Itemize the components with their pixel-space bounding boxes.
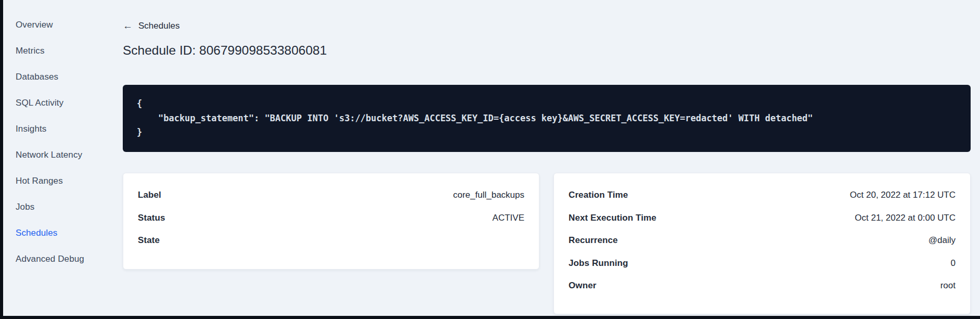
sidebar-item-overview[interactable]: Overview — [16, 12, 112, 38]
row-label: Recurrence — [569, 235, 618, 246]
row-value: ACTIVE — [493, 213, 524, 223]
back-arrow-icon: ← — [123, 21, 133, 31]
sidebar-item-label: Network Latency — [16, 150, 82, 160]
sidebar-item-label: Advanced Debug — [16, 254, 84, 264]
sidebar-item-label: Insights — [16, 124, 46, 134]
row-label: Owner — [569, 280, 596, 291]
sidebar-item-advanced-debug[interactable]: Advanced Debug — [16, 246, 112, 272]
sidebar-item-sql-activity[interactable]: SQL Activity — [16, 90, 112, 116]
schedule-detail-page: ← Schedules Schedule ID: 806799098533806… — [123, 0, 971, 314]
row-value: Oct 20, 2022 at 17:12 UTC — [850, 190, 956, 200]
row-value: root — [940, 280, 956, 291]
row-label: Jobs Running — [569, 258, 628, 269]
sidebar-item-network-latency[interactable]: Network Latency — [16, 142, 112, 168]
summary-row-label: Labelcore_full_backups — [138, 184, 524, 207]
code-line: } — [137, 125, 957, 140]
db-console-app: OverviewMetricsDatabasesSQL ActivityInsi… — [3, 0, 980, 316]
sidebar-item-label: Hot Ranges — [16, 176, 63, 186]
summary-row-creation-time: Creation TimeOct 20, 2022 at 17:12 UTC — [569, 184, 956, 207]
summary-row-jobs-running: Jobs Running0 — [569, 252, 956, 275]
sidebar: OverviewMetricsDatabasesSQL ActivityInsi… — [16, 12, 112, 272]
summary-row-owner: Ownerroot — [569, 275, 956, 298]
back-link[interactable]: ← Schedules — [123, 21, 179, 31]
code-line: { — [137, 97, 957, 111]
summary-row-next-execution-time: Next Execution TimeOct 21, 2022 at 0:00 … — [569, 207, 956, 229]
row-label: Status — [138, 213, 165, 223]
code-line: "backup_statement": "BACKUP INTO 's3://b… — [137, 111, 957, 126]
schedule-definition-code: { "backup_statement": "BACKUP INTO 's3:/… — [123, 85, 971, 152]
page-title: Schedule ID: 806799098533806081 — [123, 43, 971, 58]
row-value: core_full_backups — [453, 190, 524, 200]
back-link-label: Schedules — [138, 21, 179, 31]
row-value: @daily — [929, 235, 956, 246]
row-label: Next Execution Time — [569, 213, 656, 223]
sidebar-item-schedules[interactable]: Schedules — [16, 220, 112, 246]
sidebar-item-insights[interactable]: Insights — [16, 116, 112, 142]
execution-details-card: Creation TimeOct 20, 2022 at 17:12 UTCNe… — [553, 173, 971, 314]
sidebar-item-label: SQL Activity — [16, 98, 63, 108]
sidebar-item-hot-ranges[interactable]: Hot Ranges — [16, 168, 112, 194]
summary-row-status: StatusACTIVE — [138, 207, 524, 229]
schedule-details-card: Labelcore_full_backupsStatusACTIVEState — [123, 173, 539, 270]
sidebar-item-label: Schedules — [16, 228, 57, 238]
sidebar-item-label: Overview — [16, 20, 53, 30]
row-value: Oct 21, 2022 at 0:00 UTC — [855, 213, 956, 223]
row-label: State — [138, 235, 160, 246]
sidebar-item-metrics[interactable]: Metrics — [16, 38, 112, 64]
row-label: Label — [138, 190, 161, 200]
sidebar-item-label: Metrics — [16, 46, 44, 56]
sidebar-item-label: Databases — [16, 72, 58, 82]
sidebar-item-jobs[interactable]: Jobs — [16, 194, 112, 220]
sidebar-item-databases[interactable]: Databases — [16, 64, 112, 90]
summary-cards: Labelcore_full_backupsStatusACTIVEState … — [123, 173, 971, 314]
sidebar-item-label: Jobs — [16, 202, 34, 212]
row-label: Creation Time — [569, 190, 628, 200]
summary-row-recurrence: Recurrence@daily — [569, 229, 956, 252]
summary-row-state: State — [138, 229, 524, 252]
row-value: 0 — [951, 258, 956, 269]
